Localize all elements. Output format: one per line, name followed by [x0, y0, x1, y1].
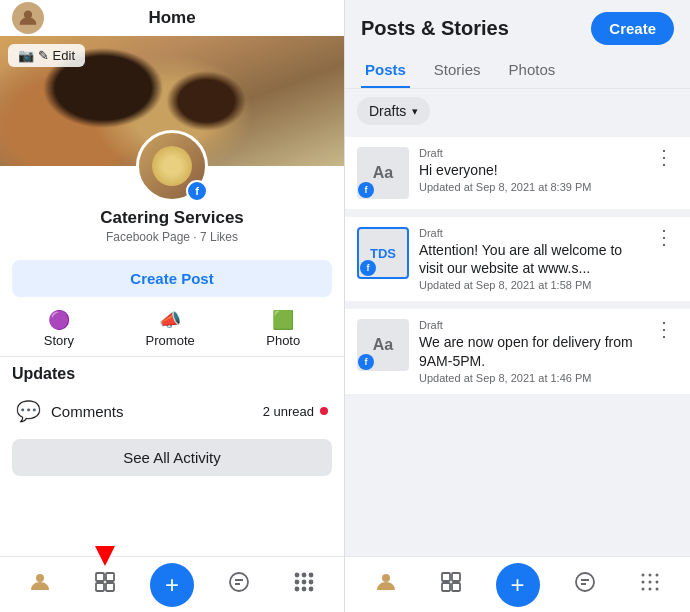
draft-label-2: Draft — [419, 227, 640, 239]
drafts-filter-button[interactable]: Drafts ▾ — [357, 97, 430, 125]
post-thumbnail-1: Aa f — [357, 147, 409, 199]
svg-point-10 — [309, 573, 312, 576]
svg-point-26 — [641, 580, 644, 583]
svg-point-31 — [655, 587, 658, 590]
comments-label: Comments — [51, 403, 124, 420]
profile-section: f Catering Services Facebook Page · 7 Li… — [0, 166, 344, 252]
svg-point-15 — [302, 587, 305, 590]
right-panel: Posts & Stories Create Posts Stories Pho… — [345, 0, 690, 612]
updates-section: Updates 💬 Comments 2 unread — [0, 356, 344, 435]
fb-f-1: f — [365, 185, 368, 195]
svg-rect-20 — [442, 583, 450, 591]
right-header: Posts & Stories Create — [345, 0, 690, 53]
nav-menu-icon — [292, 570, 316, 600]
right-nav-avatar-icon — [374, 570, 398, 600]
svg-point-28 — [655, 580, 658, 583]
promote-label: Promote — [146, 333, 195, 348]
thumbnail-text-2: TDS — [370, 246, 396, 261]
svg-point-14 — [295, 587, 298, 590]
unread-dot — [320, 407, 328, 415]
story-button[interactable]: 🟣 Story — [44, 309, 74, 348]
tab-photos[interactable]: Photos — [505, 53, 560, 88]
svg-point-17 — [382, 574, 390, 582]
svg-point-16 — [309, 587, 312, 590]
svg-point-8 — [295, 573, 298, 576]
right-nav-chat-icon — [573, 570, 597, 600]
right-nav-pages-button[interactable] — [431, 566, 471, 604]
post-text-2: Attention! You are all welcome to visit … — [419, 241, 640, 277]
post-list: Aa f Draft Hi everyone! Updated at Sep 8… — [345, 133, 690, 556]
tabs-row: Posts Stories Photos — [345, 53, 690, 89]
nav-avatar-icon — [28, 570, 52, 600]
comments-icon: 💬 — [16, 399, 41, 423]
edit-button[interactable]: 📷 ✎ Edit — [8, 44, 85, 67]
svg-rect-3 — [96, 573, 104, 581]
post-thumbnail-2: TDS f — [357, 227, 409, 279]
left-panel: Home 📷 ✎ Edit f Catering Services Facebo… — [0, 0, 345, 612]
nav-pages-icon — [93, 570, 117, 600]
facebook-badge: f — [186, 180, 208, 202]
post-more-button-2[interactable]: ⋮ — [650, 227, 678, 247]
post-content-2: Draft Attention! You are all welcome to … — [419, 227, 640, 291]
svg-point-13 — [309, 580, 312, 583]
post-more-button-1[interactable]: ⋮ — [650, 147, 678, 167]
post-fb-icon-1: f — [358, 182, 374, 198]
comments-update-item: 💬 Comments 2 unread — [12, 391, 332, 431]
fb-f-2: f — [367, 263, 370, 273]
promote-button[interactable]: 📣 Promote — [146, 309, 195, 348]
svg-point-12 — [302, 580, 305, 583]
post-more-button-3[interactable]: ⋮ — [650, 319, 678, 339]
avatar-bowl — [152, 146, 192, 186]
thumbnail-text-1: Aa — [373, 164, 393, 182]
svg-rect-19 — [452, 573, 460, 581]
tab-stories[interactable]: Stories — [430, 53, 485, 88]
right-plus-icon: + — [510, 571, 524, 599]
post-text-3: We are now open for delivery from 9AM-5P… — [419, 333, 640, 369]
post-content-3: Draft We are now open for delivery from … — [419, 319, 640, 383]
nav-add-button[interactable]: + — [150, 563, 194, 607]
post-item-3: Aa f Draft We are now open for delivery … — [345, 309, 690, 401]
right-nav-avatar-button[interactable] — [366, 566, 406, 604]
right-nav-add-button[interactable]: + — [496, 563, 540, 607]
nav-pages-button[interactable] — [85, 566, 125, 604]
post-updated-2: Updated at Sep 8, 2021 at 1:58 PM — [419, 279, 640, 291]
left-header: Home — [0, 0, 344, 36]
see-all-activity-button[interactable]: See All Activity — [12, 439, 332, 476]
right-nav-menu-icon — [638, 570, 662, 600]
right-nav-chat-button[interactable] — [565, 566, 605, 604]
photo-button[interactable]: 🟩 Photo — [266, 309, 300, 348]
post-updated-1: Updated at Sep 8, 2021 at 8:39 PM — [419, 181, 640, 193]
right-bottom-nav: + — [345, 556, 690, 612]
post-thumbnail-3: Aa f — [357, 319, 409, 371]
svg-point-22 — [576, 573, 594, 591]
update-right: 2 unread — [263, 404, 328, 419]
svg-point-27 — [648, 580, 651, 583]
photo-icon: 🟩 — [272, 309, 294, 331]
nav-avatar-button[interactable] — [20, 566, 60, 604]
plus-icon: + — [165, 571, 179, 599]
create-post-button[interactable]: Create Post — [12, 260, 332, 297]
header-avatar — [12, 2, 44, 34]
photo-label: Photo — [266, 333, 300, 348]
fb-f-3: f — [365, 357, 368, 367]
svg-point-11 — [295, 580, 298, 583]
updates-title: Updates — [12, 365, 332, 383]
nav-chat-button[interactable] — [219, 566, 259, 604]
right-nav-pages-icon — [439, 570, 463, 600]
post-item: Aa f Draft Hi everyone! Updated at Sep 8… — [345, 137, 690, 217]
post-item-2: TDS f Draft Attention! You are all welco… — [345, 217, 690, 309]
svg-point-24 — [648, 573, 651, 576]
drafts-label: Drafts — [369, 103, 406, 119]
svg-point-23 — [641, 573, 644, 576]
svg-point-9 — [302, 573, 305, 576]
svg-marker-2 — [95, 546, 115, 566]
nav-menu-button[interactable] — [284, 566, 324, 604]
svg-point-1 — [36, 574, 44, 582]
create-button[interactable]: Create — [591, 12, 674, 45]
tab-posts[interactable]: Posts — [361, 53, 410, 88]
post-updated-3: Updated at Sep 8, 2021 at 1:46 PM — [419, 372, 640, 384]
camera-icon: 📷 — [18, 48, 34, 63]
right-nav-menu-button[interactable] — [630, 566, 670, 604]
chevron-down-icon: ▾ — [412, 105, 418, 118]
svg-point-7 — [230, 573, 248, 591]
